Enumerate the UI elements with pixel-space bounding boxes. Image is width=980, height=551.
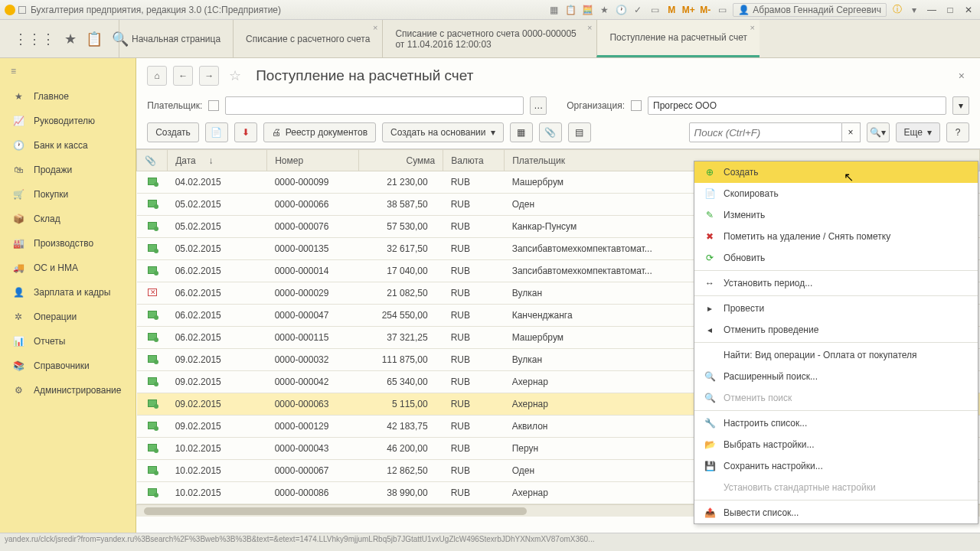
tb-icon-3[interactable]: 🧮 (581, 4, 593, 16)
col-sum[interactable]: Сумма (359, 150, 443, 171)
sidebar-item-label: ОС и НМА (34, 262, 78, 273)
tab-writeoff[interactable]: Списание с расчетного счета× (233, 20, 382, 57)
menu-mark-delete[interactable]: ✖Пометить на удаление / Снять пометку (694, 226, 978, 247)
tb-icon-1[interactable]: ▦ (547, 4, 560, 16)
minimize-button[interactable]: — (925, 4, 939, 16)
col-currency[interactable]: Валюта (443, 150, 505, 171)
close-icon[interactable]: × (373, 23, 377, 32)
menu-period[interactable]: ↔Установить период... (694, 272, 978, 294)
search-clear-button[interactable]: × (842, 122, 861, 142)
menu-edit[interactable]: ✎Изменить (694, 204, 978, 226)
tb-icon-4[interactable]: ★ (598, 4, 610, 16)
help-button[interactable]: ? (946, 122, 969, 142)
m-icon[interactable]: M (665, 4, 678, 16)
m-plus-icon[interactable]: M+ (682, 4, 694, 16)
tab-writeoff-doc[interactable]: Списание с расчетного счета 0000-000005 … (382, 20, 596, 57)
cell-sum: 32 617,50 (359, 238, 443, 260)
close-icon[interactable]: × (587, 23, 592, 32)
cell-date: 10.02.2015 (168, 482, 267, 504)
org-filter-input[interactable]: Прогресс ООО (648, 96, 946, 115)
back-button[interactable]: ← (173, 66, 193, 86)
sidebar-item[interactable]: 👤Зарплата и кадры (0, 280, 136, 305)
user-badge[interactable]: 👤 Абрамов Геннадий Сергеевич (733, 3, 887, 17)
menu-customize[interactable]: 🔧Настроить список... (694, 412, 978, 434)
search-button[interactable]: 🔍▾ (867, 122, 890, 142)
search-input[interactable] (689, 122, 842, 142)
sidebar-item[interactable]: ⚙Администрирование (0, 378, 136, 403)
favorite-button[interactable]: ☆ (225, 66, 245, 86)
tb-icon-7[interactable]: ▭ (648, 4, 661, 16)
posted-icon (148, 333, 157, 341)
menu-copy[interactable]: 📄Скопировать (694, 183, 978, 204)
sidebar-item-label: Банк и касса (34, 140, 88, 151)
menu-post[interactable]: ▸Провести (694, 298, 978, 319)
tb-icon-2[interactable]: 📋 (564, 4, 577, 16)
menu-choose-settings[interactable]: 📂Выбрать настройки... (694, 434, 978, 455)
sidebar-item[interactable]: 📚Справочники (0, 354, 136, 378)
sidebar-item[interactable]: 🚚ОС и НМА (0, 256, 136, 280)
list-button[interactable]: ▤ (568, 122, 591, 142)
more-button[interactable]: Еще ▾ (896, 122, 940, 142)
info-icon[interactable]: ⓘ (891, 4, 903, 16)
dropdown-icon[interactable]: ▾ (908, 4, 920, 16)
tb-icon-8[interactable]: ▭ (716, 4, 728, 16)
cell-number: 0000-000043 (267, 438, 359, 460)
forward-button[interactable]: → (199, 66, 219, 86)
post-icon: ▸ (704, 303, 716, 314)
titlebar-dropdown-icon[interactable] (18, 6, 26, 14)
home-button[interactable]: ⌂ (147, 66, 167, 86)
print-button[interactable]: ▦ (510, 122, 533, 142)
payer-filter-checkbox[interactable] (208, 100, 219, 111)
attach-button[interactable]: 📎 (539, 122, 562, 142)
load-button[interactable]: ⬇ (234, 122, 257, 142)
sidebar-item[interactable]: ★Главное (0, 84, 136, 109)
menu-refresh[interactable]: ⟳Обновить (694, 247, 978, 269)
export-icon: 📤 (704, 507, 716, 518)
tb-icon-5[interactable]: 🕐 (615, 4, 627, 16)
registry-button[interactable]: 🖨 Реестр документов (263, 122, 376, 142)
menu-export[interactable]: 📤Вывести список... (694, 502, 978, 523)
page-close-button[interactable]: × (959, 70, 969, 82)
sidebar-item[interactable]: 📊Отчеты (0, 329, 136, 354)
copy-button[interactable]: 📄 (205, 122, 228, 142)
menu-std-settings[interactable]: Установить стандартные настройки (694, 477, 978, 498)
menu-unpost[interactable]: ◂Отменить проведение (694, 319, 978, 341)
close-window-button[interactable]: ✕ (962, 4, 975, 16)
cell-currency: RUB (443, 260, 505, 282)
menu-create[interactable]: ⊕Создать (694, 161, 978, 183)
cell-currency: RUB (443, 327, 505, 349)
m-minus-icon[interactable]: M- (699, 4, 711, 16)
org-filter-checkbox[interactable] (631, 100, 642, 111)
sidebar-item[interactable]: ✲Операции (0, 305, 136, 329)
sidebar-item[interactable]: 🛒Покупки (0, 182, 136, 207)
payer-filter-dropdown[interactable]: … (530, 96, 547, 115)
sidebar-item[interactable]: 🏭Производство (0, 231, 136, 256)
tb-icon-6[interactable]: ✓ (632, 4, 644, 16)
close-icon[interactable]: × (750, 23, 754, 32)
sidebar-item[interactable]: 📦Склад (0, 207, 136, 231)
col-number[interactable]: Номер (267, 150, 359, 171)
col-date[interactable]: Дата ↓ (168, 150, 267, 171)
sidebar-icon: 📦 (12, 214, 24, 224)
menu-find[interactable]: Найти: Вид операции - Оплата от покупате… (694, 344, 978, 366)
tab-receipt[interactable]: Поступление на расчетный счет× (596, 20, 760, 57)
tab-start[interactable]: Начальная страница (119, 20, 233, 57)
sidebar-item[interactable]: 🕐Банк и касса (0, 133, 136, 158)
apps-icon[interactable]: ⋮⋮⋮ (14, 31, 55, 47)
sidebar-item[interactable]: 🛍Продажи (0, 158, 136, 182)
maximize-button[interactable]: □ (943, 4, 957, 16)
cell-number: 0000-000135 (267, 238, 359, 260)
star-icon[interactable]: ★ (64, 31, 77, 47)
payer-filter-input[interactable] (225, 96, 524, 115)
menu-save-settings[interactable]: 💾Сохранить настройки... (694, 455, 978, 477)
menu-adv-search[interactable]: 🔍Расширенный поиск... (694, 366, 978, 387)
create-button[interactable]: Создать (147, 122, 199, 142)
cell-currency: RUB (443, 460, 505, 482)
create-based-button[interactable]: Создать на основании ▾ (382, 122, 504, 142)
clipboard-icon[interactable]: 📋 (86, 31, 103, 47)
sidebar-item[interactable]: 📈Руководителю (0, 109, 136, 133)
posted-icon (148, 311, 157, 318)
col-attach[interactable]: 📎 (137, 150, 168, 171)
sidebar-collapse-icon[interactable]: ≡ (0, 58, 136, 84)
org-filter-dropdown[interactable]: ▾ (952, 96, 969, 115)
